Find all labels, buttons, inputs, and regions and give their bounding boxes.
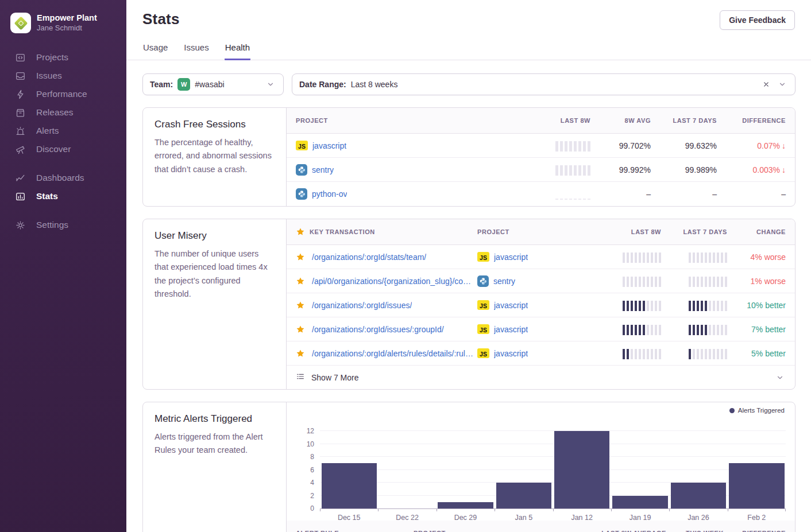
- sparkline: [555, 188, 590, 200]
- y-axis-tick-label: 0: [295, 504, 314, 512]
- table-row: /api/0/organizations/{organization_slug}…: [287, 269, 795, 293]
- javascript-platform-icon: JS: [477, 252, 489, 262]
- x-axis-tick-label: Jan 12: [553, 514, 611, 522]
- star-icon[interactable]: [296, 325, 305, 334]
- transaction-link[interactable]: /organizations/:orgId/issues/:groupId/: [312, 325, 444, 334]
- transaction-link[interactable]: /organizations/:orgId/issues/: [312, 301, 412, 310]
- star-icon[interactable]: [296, 277, 305, 286]
- sidebar-item-label: Releases: [36, 107, 74, 118]
- last-7-days-cell: 99.989%: [651, 165, 717, 174]
- chart-legend[interactable]: Alerts Triggered: [729, 407, 785, 414]
- page-header: Stats Give Feedback UsageIssuesHealth: [126, 0, 811, 60]
- key-transaction-cell: /organizations/:orgId/issues/: [296, 301, 477, 310]
- give-feedback-button[interactable]: Give Feedback: [720, 10, 795, 30]
- dashboards-icon: [15, 173, 26, 184]
- sidebar-item-discover[interactable]: Discover: [0, 140, 126, 158]
- tab-issues[interactable]: Issues: [183, 42, 209, 60]
- sidebar-item-projects[interactable]: Projects: [0, 48, 126, 67]
- panel-description: The number of unique users that experien…: [155, 247, 275, 301]
- org-logo-icon: [10, 13, 31, 33]
- date-range-select[interactable]: Date Range: Last 8 weeks: [292, 73, 795, 95]
- sidebar-item-performance[interactable]: Performance: [0, 85, 126, 103]
- tab-health[interactable]: Health: [225, 42, 250, 60]
- project-link[interactable]: sentry: [312, 165, 334, 174]
- transaction-link[interactable]: /api/0/organizations/{organization_slug}…: [312, 277, 477, 286]
- star-icon[interactable]: [296, 301, 305, 310]
- performance-icon: [15, 89, 26, 100]
- x-axis-tick: [669, 508, 670, 511]
- last-8w-cell: [592, 324, 661, 335]
- list-icon: [296, 372, 305, 383]
- bar-group: [669, 423, 727, 508]
- tab-usage[interactable]: Usage: [142, 42, 168, 60]
- last-7-days-cell: [661, 300, 727, 311]
- clear-icon[interactable]: [760, 79, 772, 90]
- org-switcher[interactable]: Empower Plant Jane Schmidt: [0, 13, 126, 33]
- sidebar-item-settings[interactable]: Settings: [0, 216, 126, 234]
- last-7-days-cell: [661, 348, 727, 359]
- column-header: Project: [296, 117, 516, 124]
- key-transaction-cell: /organizations/:orgId/stats/team/: [296, 253, 477, 262]
- table-row: /organizations/:orgId/issues/JSjavascrip…: [287, 293, 795, 317]
- sidebar-item-releases[interactable]: Releases: [0, 103, 126, 122]
- sidebar-item-label: Performance: [36, 89, 87, 99]
- project-cell: python-ov: [296, 188, 516, 200]
- column-header: Difference: [724, 530, 786, 532]
- main-area: Stats Give Feedback UsageIssuesHealth Te…: [126, 0, 811, 532]
- project-cell: sentry: [477, 275, 592, 287]
- transaction-link[interactable]: /organizations/:orgId/alerts/rules/detai…: [312, 349, 477, 358]
- table-row: /organizations/:orgId/stats/team/JSjavas…: [287, 245, 795, 269]
- last-8w-cell: [516, 188, 590, 200]
- project-link[interactable]: javascript: [494, 325, 528, 334]
- bar-group: [611, 423, 669, 508]
- python-platform-icon: [296, 188, 307, 200]
- project-cell: sentry: [296, 164, 516, 176]
- project-link[interactable]: javascript: [494, 301, 528, 310]
- user-misery-table: Key TransactionProjectLast 8wLast 7 Days…: [287, 219, 795, 389]
- project-link[interactable]: sentry: [493, 277, 515, 286]
- column-header-label: Project: [477, 228, 509, 235]
- star-icon[interactable]: [296, 349, 305, 358]
- transaction-link[interactable]: /organizations/:orgId/stats/team/: [312, 253, 426, 262]
- show-more-button[interactable]: Show 7 More: [287, 366, 795, 389]
- x-axis-tick: [320, 508, 320, 511]
- project-link[interactable]: javascript: [312, 141, 346, 150]
- panel-description: The percentage of healthy, errored, and …: [155, 136, 275, 176]
- sidebar-item-stats[interactable]: Stats: [0, 187, 126, 205]
- sidebar-item-alerts[interactable]: Alerts: [0, 122, 126, 140]
- last-8w-cell: [592, 300, 661, 311]
- crash-free-sessions-panel: Crash Free Sessions The percentage of he…: [142, 107, 795, 207]
- star-icon[interactable]: [296, 253, 305, 262]
- app-window: Empower Plant Jane Schmidt ProjectsIssue…: [0, 0, 811, 532]
- panel-title: Metric Alerts Triggered: [155, 413, 275, 425]
- bar-jan-19: [612, 496, 667, 509]
- user-misery-panel: User Misery The number of unique users t…: [142, 219, 795, 390]
- settings-icon: [15, 220, 26, 231]
- y-axis-tick-label: 8: [295, 453, 314, 461]
- column-header: Project: [414, 530, 583, 532]
- project-link[interactable]: javascript: [494, 349, 528, 358]
- bar-dec-29: [438, 502, 493, 508]
- javascript-platform-icon: JS: [477, 324, 489, 334]
- sparkline: [623, 300, 661, 311]
- last-8w-cell: [516, 164, 590, 176]
- sidebar-item-label: Settings: [36, 220, 68, 230]
- panel-title: User Misery: [155, 230, 275, 242]
- team-select[interactable]: Team: W #wasabi: [142, 73, 284, 95]
- arrow-down-icon: ↓: [782, 141, 786, 150]
- column-header: Change: [727, 228, 786, 235]
- bar-feb-2: [729, 463, 784, 508]
- star-icon: [296, 227, 305, 236]
- sidebar-item-issues[interactable]: Issues: [0, 67, 126, 85]
- alerts-bar-chart: Alerts Triggered024681012Dec 15Dec 22Dec…: [287, 402, 795, 521]
- bar-group: [728, 423, 786, 508]
- alerts-icon: [15, 126, 26, 137]
- project-link[interactable]: python-ov: [312, 189, 347, 199]
- last-8w-cell: [592, 251, 661, 263]
- project-link[interactable]: javascript: [494, 253, 528, 262]
- project-cell: JSjavascript: [477, 252, 592, 262]
- avg-cell: –: [590, 189, 651, 199]
- sparkline: [555, 140, 590, 152]
- sparkline: [623, 348, 661, 359]
- sidebar-item-dashboards[interactable]: Dashboards: [0, 169, 126, 187]
